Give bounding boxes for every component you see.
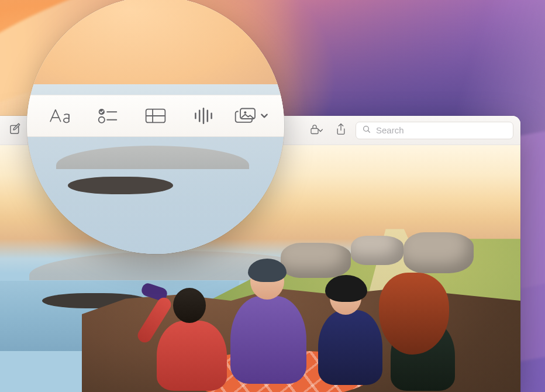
text-format-icon [49,107,71,125]
magnifier-callout [27,0,284,254]
media-button[interactable] [236,102,267,130]
person-figure [304,275,386,392]
svg-point-16 [244,111,246,114]
compose-button[interactable] [5,122,25,139]
magnified-toolbar-segment [27,95,284,137]
svg-point-5 [99,117,105,123]
chevron-down-icon [260,112,268,120]
lock-button[interactable] [306,122,326,139]
audio-wave-icon [194,107,213,125]
person-figure [215,263,309,392]
checklist-icon [98,107,118,125]
checklist-button[interactable] [92,102,123,130]
chevron-down-icon [318,125,323,136]
media-icon [234,107,258,125]
person-figure [374,269,462,392]
search-field[interactable] [356,122,513,139]
table-button[interactable] [140,102,171,130]
audio-button[interactable] [188,102,219,130]
share-icon [335,123,347,138]
share-button[interactable] [331,122,351,139]
compose-icon [9,123,22,138]
search-input[interactable] [375,125,507,136]
format-button[interactable] [44,102,75,130]
table-icon [145,108,166,124]
search-icon [362,125,371,136]
